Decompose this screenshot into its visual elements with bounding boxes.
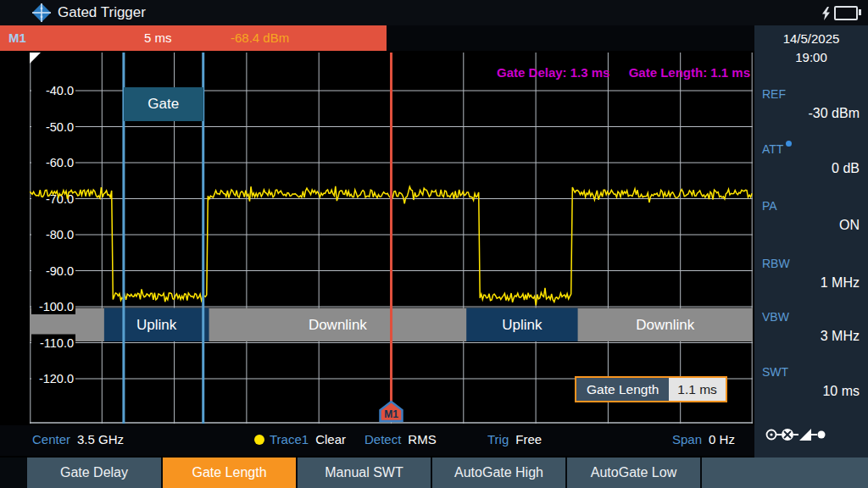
- status-center[interactable]: Center3.5 GHz: [32, 425, 124, 454]
- coupling-dot-icon: [786, 141, 792, 147]
- param-value: 0 dB: [832, 161, 860, 176]
- spectrum-analyzer-screen: Gated Trigger M1 5 ms -68.4 dBm 14/5/202…: [0, 0, 868, 488]
- param-label: SWT: [762, 365, 788, 379]
- marker-readout-row: M1 5 ms -68.4 dBm: [0, 25, 754, 51]
- marker-m1-flag-label: M1: [384, 408, 398, 420]
- title-bar: Gated Trigger: [0, 0, 868, 25]
- menu-item-manual-swt[interactable]: Manual SWT: [298, 458, 431, 488]
- param-value: -30 dBm: [809, 106, 860, 121]
- gate-label-text: Gate: [147, 96, 179, 113]
- y-axis-tick-label: -80.0: [46, 228, 74, 241]
- param-label: PA: [762, 199, 777, 213]
- date-display: 14/5/2025: [754, 31, 868, 46]
- gate-length-entry-value[interactable]: 1.1 ms: [669, 378, 726, 401]
- status-span[interactable]: Span0 Hz: [672, 425, 735, 454]
- gate-length-entry[interactable]: Gate Length 1.1 ms: [575, 376, 727, 402]
- settings-sidebar: 14/5/2025 19:00 REF -30 dBm ATT 0 dB PA …: [754, 25, 868, 458]
- tdd-band-label: Downlink: [309, 317, 367, 333]
- tdd-band-label: Downlink: [636, 317, 694, 333]
- param-value: 1 MHz: [821, 275, 860, 291]
- gate-annotation: Gate Delay: 1.3 ms Gate Length: 1.1 ms: [497, 65, 750, 80]
- param-value: ON: [839, 218, 860, 233]
- status-trig[interactable]: TrigFree: [487, 425, 542, 454]
- param-label: ATT: [762, 142, 783, 156]
- marker-name: M1: [8, 25, 26, 51]
- charging-bolt-icon: [821, 7, 831, 20]
- gate-length-annotation: Gate Length: 1.1 ms: [629, 65, 750, 80]
- gate-delay-annotation: Gate Delay: 1.3 ms: [497, 65, 609, 80]
- tdd-band-label: Uplink: [502, 317, 542, 333]
- signal-chain-icon[interactable]: [765, 424, 832, 446]
- param-label: VBW: [762, 310, 789, 324]
- battery-status: [821, 6, 858, 20]
- y-axis-tick-label: -60.0: [46, 156, 74, 169]
- battery-icon: [834, 6, 858, 20]
- status-detect[interactable]: DetectRMS: [364, 425, 437, 454]
- trace1-color-dot-icon: [254, 435, 264, 445]
- y-axis-tick-label: -100.0: [39, 300, 74, 313]
- menu-item-empty[interactable]: [702, 458, 868, 488]
- param-value: 3 MHz: [821, 329, 860, 344]
- y-axis-tick-label: -120.0: [39, 372, 74, 385]
- menu-item-gate-delay[interactable]: Gate Delay: [27, 458, 161, 488]
- param-label: RBW: [762, 257, 790, 270]
- time-display: 19:00: [754, 50, 868, 64]
- menu-item-autogate-high[interactable]: AutoGate High: [432, 458, 565, 488]
- param-value: 10 ms: [822, 384, 860, 399]
- marker-m1-readout[interactable]: M1 5 ms -68.4 dBm: [0, 25, 387, 51]
- menu-item-autogate-low[interactable]: AutoGate Low: [567, 458, 700, 488]
- marker-level: -68.4 dBm: [231, 25, 289, 51]
- param-label: REF: [762, 87, 786, 101]
- marker-time: 5 ms: [144, 25, 172, 51]
- page-title: Gated Trigger: [58, 0, 146, 25]
- y-axis-tick-label: -110.0: [40, 336, 74, 350]
- gate-length-entry-label: Gate Length: [576, 378, 669, 401]
- tdd-band-label: Uplink: [136, 317, 177, 333]
- gate-region-label: Gate: [124, 87, 203, 121]
- rohde-schwarz-logo-icon: [32, 3, 51, 22]
- y-axis-tick-label: -40.0: [46, 84, 74, 97]
- y-axis-tick-label: -50.0: [46, 120, 74, 134]
- softkey-menu: Gate Delay Gate Length Manual SWT AutoGa…: [0, 458, 868, 488]
- status-bar: Center3.5 GHz Trace1Clear DetectRMS Trig…: [0, 425, 754, 456]
- y-axis-tick-label: -90.0: [46, 264, 74, 278]
- menu-item-gate-length[interactable]: Gate Length: [163, 458, 296, 488]
- status-trace1[interactable]: Trace1Clear: [254, 425, 346, 454]
